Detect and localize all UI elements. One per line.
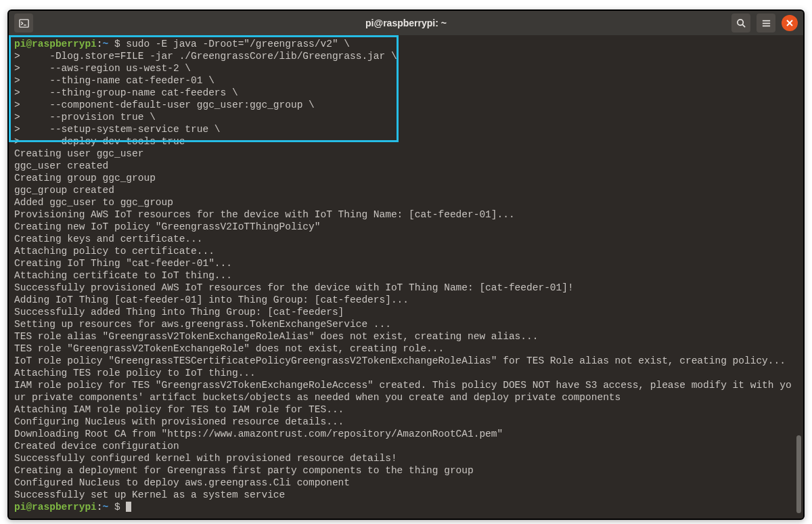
command-line-3: > --aws-region us-west-2 \	[14, 63, 191, 74]
output-line: Configured Nucleus to deploy aws.greengr…	[14, 477, 350, 488]
output-line: Adding IoT Thing [cat-feeder-01] into Th…	[14, 294, 409, 305]
close-icon	[786, 19, 794, 27]
output-line: Creating user ggc_user	[14, 148, 143, 159]
cursor	[126, 502, 131, 512]
output-line: Attaching certificate to IoT thing...	[14, 270, 232, 281]
svg-point-2	[737, 19, 742, 24]
command-line-9: > --deploy-dev-tools true	[14, 136, 185, 147]
terminal-window: pi@raspberrypi: ~ pi@raspberrypi:~ $ sud…	[7, 9, 805, 520]
titlebar: pi@raspberrypi: ~	[9, 11, 803, 35]
output-line: Creating group ggc_group	[14, 173, 156, 183]
prompt-dollar: $	[108, 39, 126, 49]
output-line: ggc_group created	[14, 185, 114, 196]
svg-rect-5	[762, 22, 769, 24]
output-line: Creating new IoT policy "GreengrassV2IoT…	[14, 221, 320, 232]
output-line: Creating keys and certificate...	[14, 234, 202, 244]
hamburger-icon	[761, 18, 771, 28]
svg-line-3	[742, 24, 745, 27]
new-tab-button[interactable]	[14, 14, 33, 32]
menu-button[interactable]	[757, 14, 775, 32]
close-button[interactable]	[782, 15, 798, 31]
output-line: Attaching IAM role policy for TES to IAM…	[14, 404, 344, 415]
prompt-colon: :	[97, 502, 103, 512]
output-line: Successfully added Thing into Thing Grou…	[14, 307, 344, 318]
search-button[interactable]	[731, 14, 750, 32]
svg-rect-4	[762, 20, 769, 21]
output-line: Added ggc_user to ggc_group	[14, 197, 173, 208]
output-line: Downloading Root CA from "https://www.am…	[14, 429, 503, 439]
output-line: Creating a deployment for Greengrass fir…	[14, 465, 474, 476]
terminal-body[interactable]: pi@raspberrypi:~ $ sudo -E java -Droot="…	[9, 35, 803, 519]
terminal-content: pi@raspberrypi:~ $ sudo -E java -Droot="…	[14, 38, 798, 513]
output-line: Setting up resources for aws.greengrass.…	[14, 319, 391, 330]
command-line-1: sudo -E java -Droot="/greengrass/v2" \	[126, 39, 350, 49]
output-line: ur private components' artifact buckets/…	[14, 392, 621, 403]
command-line-7: > --provision true \	[14, 112, 156, 123]
output-line: ggc_user created	[14, 160, 108, 171]
prompt-colon: :	[97, 39, 103, 49]
output-line: Configuring Nucleus with provisioned res…	[14, 416, 344, 427]
command-line-6: > --component-default-user ggc_user:ggc_…	[14, 100, 315, 110]
command-line-4: > --thing-name cat-feeder-01 \	[14, 75, 215, 86]
output-line: Attaching policy to certificate...	[14, 246, 215, 257]
svg-rect-0	[19, 19, 28, 26]
svg-rect-6	[762, 25, 769, 26]
prompt-user-host: pi@raspberrypi	[14, 39, 97, 49]
output-line: Successfully configured kernel with prov…	[14, 453, 397, 464]
output-line: TES role alias "GreengrassV2TokenExchang…	[14, 331, 538, 342]
prompt-path: ~	[103, 39, 109, 49]
prompt-user-host: pi@raspberrypi	[14, 502, 97, 512]
output-line: TES role "GreengrassV2TokenExchangeRole"…	[14, 343, 444, 354]
command-line-8: > --setup-system-service true \	[14, 124, 221, 135]
output-line: Successfully set up Kernel as a system s…	[14, 489, 285, 500]
svg-rect-1	[24, 24, 26, 25]
prompt-dollar: $	[108, 502, 126, 512]
prompt-path: ~	[103, 502, 109, 512]
output-line: IoT role policy "GreengrassTESCertificat…	[14, 355, 786, 366]
command-line-5: > --thing-group-name cat-feeders \	[14, 87, 238, 98]
window-title: pi@raspberrypi: ~	[365, 18, 447, 28]
output-line: Creating IoT Thing "cat-feeder-01"...	[14, 258, 232, 269]
terminal-icon	[19, 18, 29, 28]
output-line: Successfully provisioned AWS IoT resourc…	[14, 282, 574, 293]
search-icon	[736, 18, 746, 28]
output-line: Provisioning AWS IoT resources for the d…	[14, 209, 515, 220]
command-line-2: > -Dlog.store=FILE -jar ./GreengrassCore…	[14, 51, 397, 62]
scrollbar-thumb[interactable]	[796, 435, 801, 513]
output-line: IAM role policy for TES "GreengrassV2Tok…	[14, 380, 792, 391]
output-line: Created device configuration	[14, 441, 179, 452]
output-line: Attaching TES role policy to IoT thing..…	[14, 368, 256, 378]
